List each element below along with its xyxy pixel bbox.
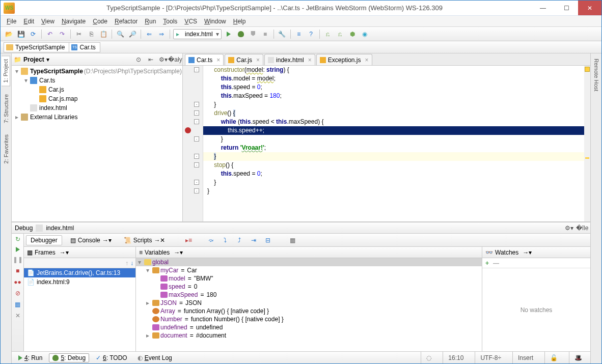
fold-icon[interactable]: - [194,154,199,159]
hide-icon[interactable]: →▾ [60,249,69,256]
var-row[interactable]: undefined=undefined [136,323,482,331]
status-run[interactable]: 4: Run [15,353,46,362]
up-icon[interactable]: ↑ [125,260,128,267]
menu-window[interactable]: Window [201,17,229,26]
close-icon[interactable]: × [216,57,220,64]
var-row[interactable]: ▸JSON=JSON [136,299,482,307]
view-bp-icon[interactable]: ●● [14,278,21,286]
close-icon[interactable]: × [256,57,260,64]
back-icon[interactable]: ⇐ [144,29,154,39]
tab-debugger[interactable]: Debugger [26,235,62,245]
menu-vcs[interactable]: VCS [181,17,200,26]
run-config-combo[interactable]: index.html [173,29,222,39]
fold-icon[interactable]: - [194,119,199,124]
vcs2-icon[interactable]: ⎌ [335,29,345,39]
cut-icon[interactable]: ✂ [74,29,84,39]
browser-icon[interactable]: ◉ [360,29,370,39]
status-debug[interactable]: 5: Debug [49,353,89,362]
menu-code[interactable]: Code [90,17,111,26]
gear-icon[interactable]: ⚙▾ [158,54,168,65]
var-row[interactable]: ▾global [136,258,482,266]
add-watch-icon[interactable]: + [485,260,489,267]
redo-icon[interactable]: ↷ [57,29,67,39]
tab-console[interactable]: ▤ Console →▾ [66,235,116,245]
hide-icon[interactable]: →▾ [523,249,532,256]
coverage-icon[interactable]: ⛊ [248,29,258,39]
remove-watch-icon[interactable]: — [493,260,499,267]
help-icon[interactable]: ? [306,29,316,39]
encoding[interactable]: UTF-8 ÷ [475,352,506,363]
settings-icon[interactable]: 🔧 [277,29,287,39]
status-eventlog[interactable]: ◐Event Log [134,353,176,362]
tool-tab[interactable]: 2: Favorites [2,131,10,166]
lock-icon[interactable]: 🔓 [544,352,563,363]
tree-row[interactable]: Car.js.map [12,94,182,103]
tree-row[interactable]: ▸External Libraries [12,113,182,122]
project-panel-title[interactable]: Project [23,56,44,63]
fold-icon[interactable]: - [194,110,199,116]
stop-icon[interactable]: ■ [260,29,270,39]
var-row[interactable]: ▾myCar=Car [136,266,482,274]
tree-row[interactable]: ▾TypeScriptSample (D:\Projects\Php\TypeS… [12,67,182,76]
var-row[interactable]: maxSpeed=180 [136,291,482,299]
tool-tab[interactable]: 1: Project [2,55,10,86]
run-cursor-icon[interactable]: ⇥ [249,235,259,245]
menu-tools[interactable]: Tools [160,17,180,26]
menu-view[interactable]: View [38,17,58,26]
close-button[interactable]: ✕ [578,1,601,15]
undo-icon[interactable]: ↶ [45,29,55,39]
mute-bp-icon[interactable]: ⊘ [15,290,20,297]
show-exec-icon[interactable]: ▸≡ [183,235,194,245]
hide-icon[interactable]: �île [577,223,587,233]
close-icon[interactable]: ✕ [15,312,20,319]
editor-tab[interactable]: index.html× [264,54,315,65]
paste-icon[interactable]: 📋 [98,29,108,39]
down-icon[interactable]: ↓ [130,260,133,267]
layout-icon[interactable]: ▦ [15,301,20,308]
hector-icon[interactable]: 🎩 [569,352,587,363]
tree-row[interactable]: index.html [12,103,182,113]
editor-tab[interactable]: Exception.js× [316,54,372,65]
tasks-icon[interactable]: ≡ [294,29,304,39]
status-todo[interactable]: ✓6: TODO [92,353,131,362]
tree-row[interactable]: Car.js [12,85,182,94]
editor-tab[interactable]: Car.ts× [185,54,224,65]
breakpoint-icon[interactable] [185,127,191,133]
stop-icon[interactable]: ■ [16,267,19,274]
fold-icon[interactable]: - [194,180,199,185]
node-icon[interactable]: ⬢ [347,29,358,39]
vcs1-icon[interactable]: ⎌ [323,29,333,39]
close-icon[interactable]: × [308,57,312,64]
error-stripe[interactable] [584,66,590,221]
fold-icon[interactable]: - [194,188,199,193]
tab-scripts[interactable]: 📜 Scripts →✕ [120,235,170,245]
tool-tab[interactable]: 7: Structure [2,91,10,126]
debug-icon[interactable] [236,29,246,39]
step-into-icon[interactable]: ⤵ [220,235,230,245]
forward-icon[interactable]: ⇒ [156,29,167,39]
frame-row[interactable]: 📄index.html:9 [24,277,135,287]
copy-icon[interactable]: ⎘ [86,29,96,39]
resume-icon[interactable] [16,247,20,252]
menu-refactor[interactable]: Refactor [112,17,141,26]
replace-icon[interactable]: 🔎 [127,29,138,39]
step-out-icon[interactable]: ⤴ [234,235,244,245]
menu-help[interactable]: Help [230,17,249,26]
minimize-button[interactable]: — [531,1,555,15]
fold-icon[interactable]: - [194,136,199,142]
menu-run[interactable]: Run [142,17,159,26]
scroll-target-icon[interactable]: ⊙ [133,54,144,65]
menu-file[interactable]: File [4,17,19,26]
var-row[interactable]: speed=0 [136,283,482,291]
maximize-button[interactable]: ☐ [555,1,578,15]
hide-icon[interactable]: →▾ [174,249,183,256]
code-editor[interactable]: --------- constructor(model: string) { t… [183,66,590,221]
remote-host-tab[interactable]: Remote Host [592,55,600,94]
var-row[interactable]: Number=function Number() { [native code]… [136,315,482,323]
fold-icon[interactable]: - [194,162,199,167]
run-icon[interactable] [224,29,234,39]
hide-icon[interactable]: �ały [170,54,180,65]
frame-row[interactable]: 📄JetBrains.Car.drive(), Car.ts:13 [24,268,135,277]
breadcrumb[interactable]: TypeScriptSample [4,42,69,52]
editor-tab[interactable]: Car.js× [225,54,263,65]
